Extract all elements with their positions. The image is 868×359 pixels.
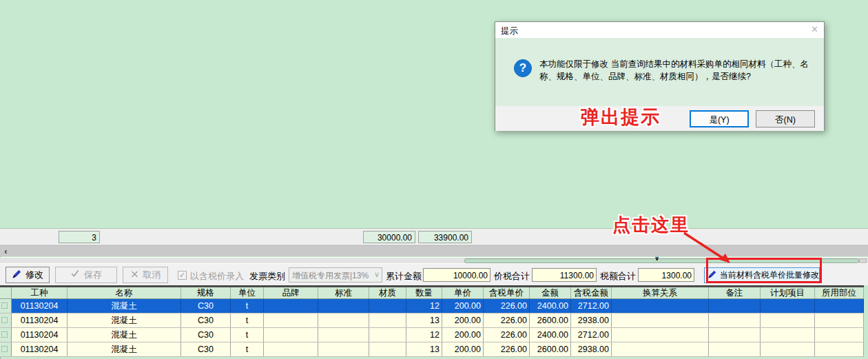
no-button[interactable]: 否(N) <box>756 110 815 127</box>
table-row[interactable]: 01130204混凝土C30t13200.00226.002600.002938… <box>0 342 864 357</box>
header-cell[interactable]: 数量 <box>406 287 442 298</box>
header-cell[interactable]: 单位 <box>231 287 264 298</box>
table-cell[interactable]: 2600.00 <box>530 314 571 327</box>
table-cell[interactable] <box>264 314 318 327</box>
header-cell[interactable]: 计划项目 <box>761 287 815 298</box>
table-cell[interactable]: 混凝土 <box>68 314 181 327</box>
table-cell[interactable] <box>369 342 406 356</box>
table-row[interactable]: 01130204混凝土C30t13200.00226.002600.002938… <box>0 314 864 328</box>
table-cell[interactable] <box>318 342 369 356</box>
header-cell[interactable]: 金额 <box>530 287 571 298</box>
scroll-left-arrow-icon[interactable]: ‹ <box>0 246 12 257</box>
table-cell[interactable]: 01130204 <box>12 342 68 356</box>
table-cell[interactable]: 2712.00 <box>571 299 612 313</box>
header-cell[interactable]: 名称 <box>68 287 181 298</box>
table-cell[interactable] <box>815 299 864 313</box>
table-cell[interactable]: 200.00 <box>442 328 484 342</box>
header-cell[interactable]: 换算关系 <box>612 287 709 298</box>
table-cell[interactable] <box>709 299 761 313</box>
row-selector[interactable] <box>0 328 12 342</box>
table-cell[interactable] <box>612 299 709 313</box>
table-cell[interactable] <box>369 328 406 342</box>
table-cell[interactable] <box>612 314 709 327</box>
table-cell[interactable] <box>761 299 815 313</box>
table-cell[interactable]: 13 <box>406 314 442 327</box>
row-selector[interactable] <box>0 314 12 327</box>
table-cell[interactable]: 混凝土 <box>68 328 181 342</box>
table-cell[interactable]: C30 <box>181 314 231 327</box>
table-cell[interactable] <box>318 299 369 313</box>
table-cell[interactable] <box>815 342 864 356</box>
header-cell[interactable]: 规格 <box>181 287 231 298</box>
table-cell[interactable]: C30 <box>181 299 231 313</box>
save-button[interactable]: 保存 <box>55 267 117 283</box>
close-icon[interactable]: ✕ <box>811 24 818 34</box>
scrollbar-endcap[interactable] <box>859 258 867 263</box>
table-cell[interactable]: 2712.00 <box>571 328 612 342</box>
table-cell[interactable] <box>761 342 815 356</box>
cancel-button[interactable]: 取消 <box>123 267 168 283</box>
table-cell[interactable]: 2938.00 <box>571 314 612 327</box>
table-cell[interactable] <box>709 328 761 342</box>
row-selector[interactable] <box>0 342 12 356</box>
table-cell[interactable] <box>264 342 318 356</box>
table-cell[interactable] <box>318 314 369 327</box>
header-cell[interactable]: 所用部位 <box>815 287 864 298</box>
table-cell[interactable]: 200.00 <box>442 314 484 327</box>
table-cell[interactable]: C30 <box>181 342 231 356</box>
table-cell[interactable]: t <box>231 328 264 342</box>
table-cell[interactable] <box>612 328 709 342</box>
table-row[interactable]: 01130204混凝土C30t12200.00226.002400.002712… <box>0 328 864 342</box>
table-cell[interactable]: 226.00 <box>484 299 530 313</box>
table-cell[interactable]: t <box>231 314 264 327</box>
table-cell[interactable]: 01130204 <box>12 328 68 342</box>
price-tax-total-field[interactable]: 11300.00 <box>532 268 597 282</box>
table-cell[interactable]: 2400.00 <box>530 299 571 313</box>
table-cell[interactable] <box>709 314 761 327</box>
yes-button[interactable]: 是(Y) <box>690 110 749 127</box>
header-cell[interactable]: 单价 <box>442 287 484 298</box>
table-cell[interactable]: 13 <box>406 342 442 356</box>
table-cell[interactable]: C30 <box>181 328 231 342</box>
header-cell[interactable]: 备注 <box>709 287 761 298</box>
table-cell[interactable]: 01130204 <box>12 299 68 313</box>
table-cell[interactable]: t <box>231 342 264 356</box>
table-cell[interactable] <box>815 314 864 327</box>
table-cell[interactable]: 200.00 <box>442 342 484 356</box>
table-cell[interactable] <box>761 314 815 327</box>
modify-button[interactable]: 修改 <box>6 267 50 283</box>
table-cell[interactable]: t <box>231 299 264 313</box>
table-cell[interactable]: 200.00 <box>442 299 484 313</box>
table-cell[interactable] <box>264 328 318 342</box>
table-cell[interactable] <box>761 328 815 342</box>
invoice-type-dropdown[interactable]: 增值税专用发票|13% ∨ <box>289 267 382 283</box>
header-cell[interactable]: 含税单价 <box>484 287 530 298</box>
table-cell[interactable] <box>369 299 406 313</box>
table-cell[interactable]: 混凝土 <box>68 299 181 313</box>
table-cell[interactable]: 2938.00 <box>571 342 612 356</box>
table-cell[interactable] <box>369 314 406 327</box>
cumulative-amount-field[interactable]: 10000.00 <box>423 268 490 282</box>
table-cell[interactable] <box>709 342 761 356</box>
table-cell[interactable] <box>815 328 864 342</box>
dialog-titlebar[interactable]: 提示 ✕ <box>495 22 824 38</box>
table-cell[interactable]: 226.00 <box>484 342 530 356</box>
table-cell[interactable]: 混凝土 <box>68 342 181 356</box>
header-cell[interactable]: 品牌 <box>264 287 318 298</box>
table-cell[interactable]: 2600.00 <box>530 342 571 356</box>
table-cell[interactable]: 12 <box>406 328 442 342</box>
header-cell[interactable]: 含税金额 <box>571 287 612 298</box>
collapse-arrow-icon[interactable]: ∨ <box>654 255 659 262</box>
table-cell[interactable] <box>318 328 369 342</box>
table-cell[interactable]: 226.00 <box>484 314 530 327</box>
table-cell[interactable]: 01130204 <box>12 314 68 327</box>
row-selector[interactable] <box>0 299 12 313</box>
header-cell[interactable]: 工种 <box>12 287 68 298</box>
header-cell[interactable]: 标准 <box>318 287 369 298</box>
table-cell[interactable]: 2400.00 <box>530 328 571 342</box>
table-cell[interactable] <box>612 342 709 356</box>
header-cell[interactable]: 材质 <box>369 287 406 298</box>
table-row[interactable]: 01130204混凝土C30t12200.00226.002400.002712… <box>0 299 864 314</box>
table-cell[interactable] <box>264 299 318 313</box>
table-cell[interactable]: 12 <box>406 299 442 313</box>
